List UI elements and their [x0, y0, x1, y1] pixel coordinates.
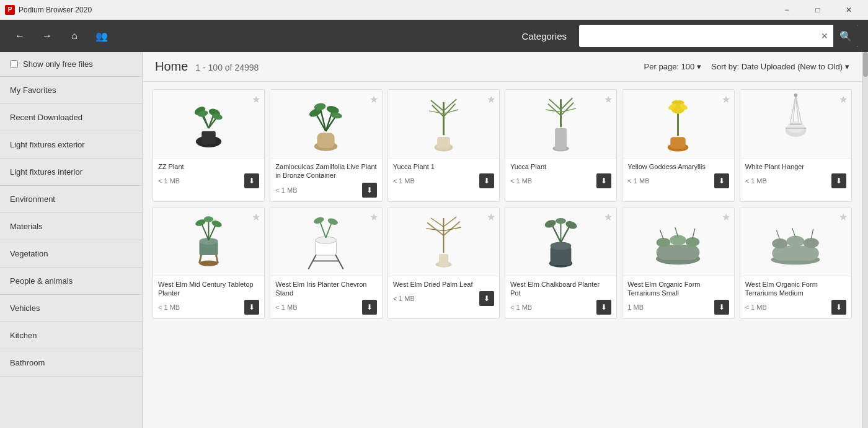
- item-footer: < 1 MB ⬇: [275, 183, 376, 198]
- favorite-star[interactable]: ★: [487, 94, 495, 105]
- svg-line-84: [443, 217, 456, 227]
- favorite-star[interactable]: ★: [839, 211, 848, 223]
- grid-item[interactable]: ★ West Elm Organic Form Terrariums Small…: [622, 207, 734, 320]
- per-page-select[interactable]: Per page: 100 ▾: [644, 62, 702, 71]
- content-grid: ★ ZZ Plant < 1 MB ⬇: [143, 82, 862, 326]
- favorite-star[interactable]: ★: [722, 94, 730, 105]
- grid-item[interactable]: ★ West Elm Organic Form Terrariums Mediu…: [740, 207, 852, 320]
- forward-button[interactable]: →: [37, 26, 57, 46]
- download-button[interactable]: ⬇: [831, 173, 846, 188]
- favorite-star[interactable]: ★: [370, 211, 378, 223]
- breadcrumb-section: Home 1 - 100 of 24998: [155, 59, 259, 74]
- grid-item[interactable]: ★ Yellow Goddess Amaryllis < 1 MB ⬇: [622, 89, 734, 202]
- grid-item[interactable]: ★ Yucca Plant 1 < 1 MB ⬇: [388, 89, 500, 202]
- item-name: West Elm Iris Planter Chevron Stand: [275, 280, 376, 298]
- download-button[interactable]: ⬇: [596, 300, 611, 315]
- content-area: Home 1 - 100 of 24998 Per page: 100 ▾ So…: [143, 52, 862, 428]
- download-button[interactable]: ⬇: [479, 291, 494, 306]
- grid-item[interactable]: ★ West Elm Mid Century Tabletop Planter …: [153, 207, 265, 320]
- svg-line-32: [548, 104, 561, 116]
- search-clear-button[interactable]: ✕: [816, 27, 833, 45]
- download-icon: ⬇: [249, 177, 255, 185]
- favorite-star[interactable]: ★: [604, 94, 613, 105]
- header-controls: Per page: 100 ▾ Sort by: Date Uploaded (…: [644, 62, 849, 71]
- download-button[interactable]: ⬇: [831, 300, 846, 315]
- svg-point-51: [787, 121, 804, 133]
- sidebar-item-environment[interactable]: Environment: [0, 186, 142, 213]
- grid-item[interactable]: ★ Yucca Plant < 1 MB ⬇: [505, 89, 617, 202]
- favorite-star[interactable]: ★: [839, 94, 848, 105]
- sidebar-item-people-animals[interactable]: People & animals: [0, 268, 142, 295]
- item-image: ★: [153, 90, 264, 158]
- grid-item[interactable]: ★ White Plant Hanger < 1 MB ⬇: [740, 89, 852, 202]
- grid-item[interactable]: ★ West Elm Iris Planter Chevron Stand < …: [270, 207, 382, 320]
- item-name: West Elm Chalkboard Planter Pot: [510, 280, 611, 298]
- favorite-star[interactable]: ★: [487, 211, 495, 223]
- app-icon: P: [5, 5, 15, 15]
- item-name: ZZ Plant: [158, 162, 259, 171]
- favorite-star[interactable]: ★: [604, 211, 613, 223]
- free-files-filter[interactable]: Show only free files: [0, 52, 142, 77]
- item-size: < 1 MB: [158, 304, 180, 311]
- download-button[interactable]: ⬇: [714, 300, 729, 315]
- item-image: ★: [270, 90, 381, 158]
- free-files-checkbox[interactable]: [10, 60, 18, 68]
- sidebar-item-light-fixtures-interior[interactable]: Light fixtures interior: [0, 159, 142, 186]
- download-button[interactable]: ⬇: [714, 173, 729, 188]
- svg-rect-11: [317, 133, 335, 147]
- user-button[interactable]: 👥: [92, 26, 112, 46]
- grid-item[interactable]: ★ West Elm Dried Palm Leaf < 1 MB ⬇: [388, 207, 500, 320]
- item-size: < 1 MB: [393, 177, 415, 185]
- svg-rect-21: [437, 137, 450, 149]
- sidebar-item-vehicles[interactable]: Vehicles: [0, 295, 142, 322]
- free-files-label[interactable]: Show only free files: [23, 59, 93, 69]
- download-icon: ⬇: [836, 177, 842, 185]
- item-footer: < 1 MB ⬇: [627, 173, 728, 188]
- sidebar-item-light-fixtures-exterior[interactable]: Light fixtures exterior: [0, 131, 142, 159]
- sidebar-item-bathroom[interactable]: Bathroom: [0, 349, 142, 377]
- favorite-star[interactable]: ★: [370, 94, 378, 105]
- svg-line-14: [321, 107, 326, 131]
- grid-item[interactable]: ★ West Elm Chalkboard Planter Pot < 1 MB…: [505, 207, 617, 320]
- svg-point-96: [657, 237, 671, 247]
- sidebar-item-vegetation[interactable]: Vegetation: [0, 240, 142, 268]
- favorite-star[interactable]: ★: [252, 211, 260, 223]
- download-button[interactable]: ⬇: [244, 173, 259, 188]
- svg-line-83: [431, 218, 444, 227]
- download-button[interactable]: ⬇: [362, 300, 377, 315]
- scrollbar-thumb[interactable]: [863, 52, 868, 77]
- item-name: White Plant Hanger: [745, 162, 846, 171]
- close-button[interactable]: ✕: [835, 0, 863, 20]
- svg-line-101: [693, 228, 696, 238]
- sidebar-item-recent-downloaded[interactable]: Recent Downloaded: [0, 104, 142, 131]
- favorite-star[interactable]: ★: [722, 211, 730, 223]
- item-image: ★: [505, 207, 616, 276]
- grid-item[interactable]: ★ ZZ Plant < 1 MB ⬇: [153, 89, 265, 202]
- minimize-button[interactable]: −: [773, 0, 801, 20]
- download-button[interactable]: ⬇: [596, 173, 611, 188]
- search-icon: 🔍: [839, 30, 852, 42]
- item-info: White Plant Hanger < 1 MB ⬇: [740, 158, 851, 192]
- download-button[interactable]: ⬇: [362, 183, 377, 198]
- download-icon: ⬇: [601, 303, 607, 312]
- sidebar-item-kitchen[interactable]: Kitchen: [0, 322, 142, 349]
- item-name: West Elm Mid Century Tabletop Planter: [158, 280, 259, 298]
- sidebar-item-materials[interactable]: Materials: [0, 213, 142, 240]
- download-button[interactable]: ⬇: [244, 300, 259, 315]
- sidebar-item-my-favorites[interactable]: My Favorites: [0, 77, 142, 104]
- item-info: ZZ Plant < 1 MB ⬇: [153, 158, 264, 192]
- sort-select[interactable]: Sort by: Date Uploaded (New to Old) ▾: [711, 62, 849, 71]
- grid-item[interactable]: ★ Zamioculcas Zamiifolia Live Plant in B…: [270, 89, 382, 202]
- search-input[interactable]: [579, 28, 816, 45]
- back-button[interactable]: ←: [10, 26, 30, 46]
- main-scrollbar[interactable]: [862, 52, 868, 428]
- favorite-star[interactable]: ★: [252, 94, 260, 105]
- search-button[interactable]: 🔍: [833, 25, 858, 47]
- item-size: < 1 MB: [745, 177, 767, 185]
- item-footer: < 1 MB ⬇: [745, 173, 846, 188]
- svg-line-109: [812, 229, 814, 238]
- download-icon: ⬇: [366, 186, 373, 194]
- download-button[interactable]: ⬇: [479, 173, 494, 188]
- home-button[interactable]: ⌂: [64, 26, 84, 46]
- maximize-button[interactable]: □: [804, 0, 832, 20]
